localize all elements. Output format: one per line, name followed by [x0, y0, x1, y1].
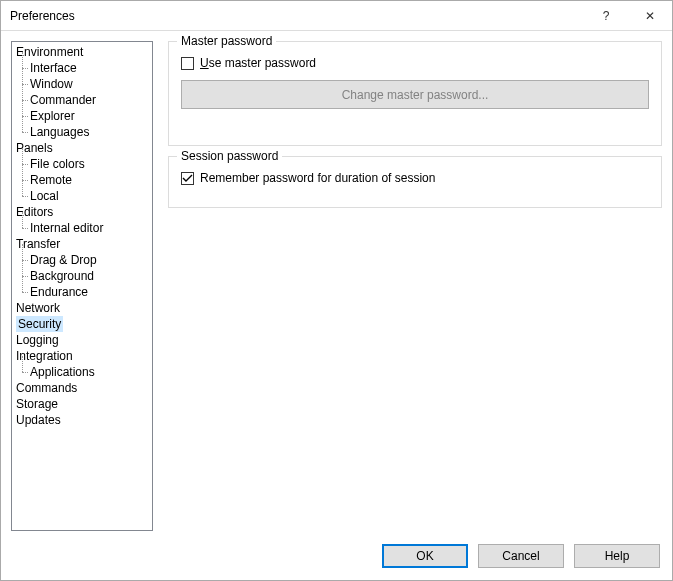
- session-password-group: Session password Remember password for d…: [168, 156, 662, 208]
- cancel-button[interactable]: Cancel: [478, 544, 564, 568]
- session-password-legend: Session password: [177, 149, 282, 163]
- tree-editors[interactable]: Editors: [12, 204, 152, 220]
- change-master-password-button: Change master password...: [181, 80, 649, 109]
- check-icon: [182, 173, 193, 184]
- tree-remote[interactable]: Remote: [12, 172, 152, 188]
- settings-panel: Master password Use master password Chan…: [153, 41, 662, 527]
- tree-explorer[interactable]: Explorer: [12, 108, 152, 124]
- help-button-footer[interactable]: Help: [574, 544, 660, 568]
- dialog-buttons: OK Cancel Help: [382, 544, 660, 568]
- titlebar: Preferences ? ✕: [1, 1, 672, 31]
- tree-languages[interactable]: Languages: [12, 124, 152, 140]
- tree-file-colors[interactable]: File colors: [12, 156, 152, 172]
- tree-environment[interactable]: Environment: [12, 44, 152, 60]
- remember-password-row[interactable]: Remember password for duration of sessio…: [181, 171, 649, 185]
- tree-commands[interactable]: Commands: [12, 380, 152, 396]
- tree-applications[interactable]: Applications: [12, 364, 152, 380]
- master-password-group: Master password Use master password Chan…: [168, 41, 662, 146]
- master-password-legend: Master password: [177, 34, 276, 48]
- close-button[interactable]: ✕: [628, 1, 672, 31]
- use-master-password-row[interactable]: Use master password: [181, 56, 649, 70]
- tree-security[interactable]: Security: [12, 316, 152, 332]
- tree-panels[interactable]: Panels: [12, 140, 152, 156]
- tree-local[interactable]: Local: [12, 188, 152, 204]
- tree-commander[interactable]: Commander: [12, 92, 152, 108]
- use-master-password-checkbox[interactable]: [181, 57, 194, 70]
- tree-logging[interactable]: Logging: [12, 332, 152, 348]
- tree-network[interactable]: Network: [12, 300, 152, 316]
- use-master-password-label: Use master password: [200, 56, 316, 70]
- tree-drag-drop[interactable]: Drag & Drop: [12, 252, 152, 268]
- tree-storage[interactable]: Storage: [12, 396, 152, 412]
- tree-updates[interactable]: Updates: [12, 412, 152, 428]
- tree-interface[interactable]: Interface: [12, 60, 152, 76]
- category-tree[interactable]: Environment Interface Window Commander E…: [11, 41, 153, 531]
- tree-endurance[interactable]: Endurance: [12, 284, 152, 300]
- tree-transfer[interactable]: Transfer: [12, 236, 152, 252]
- window-title: Preferences: [10, 9, 584, 23]
- remember-password-checkbox[interactable]: [181, 172, 194, 185]
- content-area: Environment Interface Window Commander E…: [1, 31, 672, 533]
- tree-integration[interactable]: Integration: [12, 348, 152, 364]
- tree-internal-editor[interactable]: Internal editor: [12, 220, 152, 236]
- tree-background[interactable]: Background: [12, 268, 152, 284]
- ok-button[interactable]: OK: [382, 544, 468, 568]
- help-button[interactable]: ?: [584, 1, 628, 31]
- tree-window[interactable]: Window: [12, 76, 152, 92]
- remember-password-label: Remember password for duration of sessio…: [200, 171, 435, 185]
